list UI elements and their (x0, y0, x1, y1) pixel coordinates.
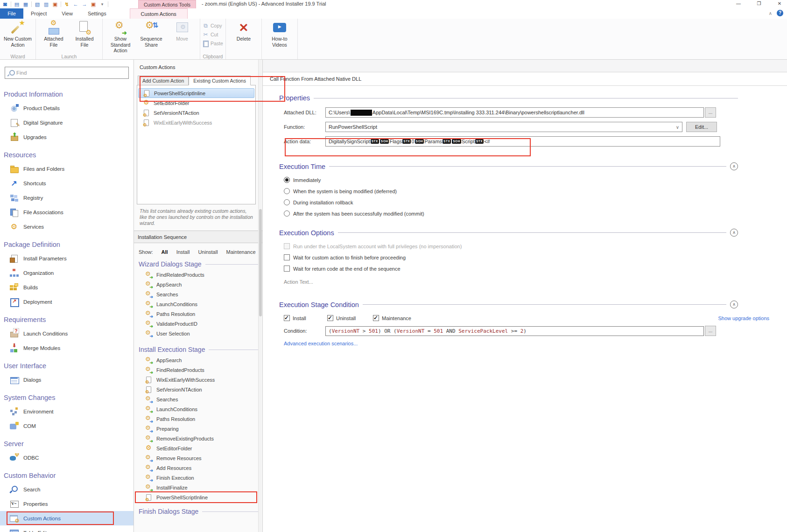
radio-during[interactable] (284, 199, 290, 205)
sequence-item-seteditorfolder[interactable]: SetEditorFolder (134, 443, 262, 453)
panel-scrollbar[interactable] (258, 60, 262, 532)
updates-icon[interactable]: ▣ (52, 1, 58, 7)
sequence-item-installfinalize[interactable]: InstallFinalize (134, 483, 262, 492)
list-item-setversionntaction[interactable]: SetVersionNTAction (138, 108, 254, 118)
sidebar-item-merge-modules[interactable]: Merge Modules (0, 341, 134, 355)
sequence-item-paths-resolution[interactable]: Paths Resolution (134, 309, 262, 319)
sidebar-item-odbc[interactable]: ODBC (0, 450, 134, 465)
sidebar-item-file-associations[interactable]: File Associations (0, 205, 134, 219)
sidebar-item-com[interactable]: COM (0, 419, 134, 433)
ribbon-tab-view[interactable]: View (54, 8, 80, 19)
list-item-powershellscriptinline[interactable]: PowerShellScriptInline (138, 88, 254, 98)
sidebar-item-files-and-folders[interactable]: Files and Folders (0, 161, 134, 176)
collapse-section-icon[interactable]: ∧ (730, 229, 738, 237)
sidebar-item-builds[interactable]: Builds (0, 280, 134, 294)
installed-file-button[interactable]: Installed File (69, 20, 100, 48)
run-wand-icon[interactable]: ↯ (63, 1, 70, 7)
sidebar-item-custom-actions[interactable]: Custom Actions (0, 511, 134, 525)
tab-existing-custom-actions[interactable]: Existing Custom Actions (189, 76, 251, 85)
filter-maintenance[interactable]: Maintenance (226, 249, 256, 255)
attached-file-button[interactable]: Attached File (38, 20, 69, 48)
sidebar-item-shortcuts[interactable]: Shortcuts (0, 176, 134, 190)
collapse-section-icon[interactable]: ∧ (730, 162, 738, 170)
how-to-videos-button[interactable]: How-to Videos (264, 20, 295, 48)
new-custom-action-button[interactable]: New Custom Action (2, 20, 33, 48)
sequence-item-remove-resources[interactable]: Remove Resources (134, 453, 262, 463)
sidebar-item-properties[interactable]: Properties (0, 497, 134, 511)
sequence-item-setversionntaction[interactable]: SetVersionNTAction (134, 385, 262, 394)
checkbox[interactable] (284, 254, 290, 260)
radio-when[interactable] (284, 188, 290, 194)
sequence-item-appsearch[interactable]: AppSearch (134, 280, 262, 289)
sidebar-item-digital-signature[interactable]: Digital Signature (0, 115, 134, 130)
sequence-item-add-resources[interactable]: Add Resources (134, 463, 262, 473)
delete-button[interactable]: Delete (228, 20, 259, 42)
sequence-item-user-selection[interactable]: User Selection (134, 329, 262, 338)
show-upgrade-options-link[interactable]: Show upgrade options (718, 315, 769, 321)
collapse-section-icon[interactable]: ∧ (730, 301, 738, 308)
edit-function-button[interactable]: Edit... (686, 122, 717, 132)
function-combobox[interactable]: RunPowerShellScript ∨ (325, 122, 682, 132)
action-data-field[interactable]: DigitallySignScriptSTXSOHFlagsSTX0SOHPar… (325, 136, 720, 147)
ribbon-tab-project[interactable]: Project (23, 8, 54, 19)
sidebar-item-dialogs[interactable]: Dialogs (0, 372, 134, 387)
sidebar-item-deployment[interactable]: Deployment (0, 294, 134, 309)
ribbon-tab-settings[interactable]: Settings (80, 8, 114, 19)
save-icon[interactable]: ▤ (14, 1, 20, 7)
checkbox[interactable] (373, 315, 379, 321)
save-all-icon[interactable]: ▥ (43, 1, 49, 7)
qat-dropdown-icon[interactable]: ▾ (99, 1, 105, 7)
build-icon[interactable]: ▧ (34, 1, 41, 7)
sequence-item-wixexitearlywithsuccess[interactable]: WixExitEarlyWithSuccess (134, 375, 262, 385)
sidebar-item-table-editor[interactable]: Table Editor (0, 525, 134, 532)
close-button[interactable]: ✕ (775, 0, 784, 7)
restore-button[interactable]: ❐ (754, 0, 764, 7)
sequence-item-appsearch[interactable]: AppSearch (134, 355, 262, 365)
list-item-wixexitearlywithsuccess[interactable]: WixExitEarlyWithSuccess (138, 118, 254, 127)
show-standard-action-button[interactable]: Show Standard Action (105, 20, 136, 54)
back-icon[interactable]: ← (72, 1, 79, 7)
sequence-item-paths-resolution[interactable]: Paths Resolution (134, 414, 262, 424)
sidebar-item-registry[interactable]: Registry (0, 190, 134, 205)
sidebar-item-install-parameters[interactable]: Install Parameters (0, 251, 134, 266)
sequence-item-removeexistingproducts[interactable]: RemoveExistingProducts (134, 434, 262, 443)
scrollbar-thumb[interactable] (259, 209, 262, 316)
sequence-item-launchconditions[interactable]: LaunchConditions (134, 404, 262, 414)
attached-dll-field[interactable]: C:\Users\AppData\Local\Temp\MSI169C.tmp\… (325, 107, 704, 118)
sequence-item-validateproductid[interactable]: ValidateProductID (134, 319, 262, 329)
radio-immediately[interactable] (284, 177, 290, 183)
action-text-link[interactable]: Action Text... (284, 279, 787, 285)
sequence-item-searches[interactable]: Searches (134, 289, 262, 299)
sequence-item-findrelatedproducts[interactable]: FindRelatedProducts (134, 365, 262, 375)
list-item-seteditorfolder[interactable]: SetEditorFolder (138, 98, 254, 108)
condition-field[interactable]: (VersionNT > 501) OR (VersionNT = 501 AN… (325, 326, 704, 336)
sequence-share-button[interactable]: Sequence Share (136, 20, 167, 48)
minimize-button[interactable]: — (734, 0, 743, 7)
checkbox[interactable] (327, 315, 333, 321)
sequence-item-preparing[interactable]: Preparing (134, 424, 262, 434)
find-box[interactable] (5, 67, 129, 79)
chevron-down-icon[interactable]: ∨ (676, 125, 679, 130)
browse-dll-button[interactable]: ... (705, 107, 716, 118)
filter-uninstall[interactable]: Uninstall (198, 249, 218, 255)
ribbon-collapse-icon[interactable]: ∧ (769, 11, 772, 16)
sidebar-item-services[interactable]: Services (0, 219, 134, 234)
app-logo-icon[interactable]: ◙ (2, 1, 8, 7)
updates-icon[interactable]: ▣ (90, 1, 97, 7)
sidebar-item-organization[interactable]: Organization (0, 266, 134, 280)
tab-add-custom-action[interactable]: Add Custom Action (138, 76, 189, 85)
sidebar-item-search[interactable]: Search (0, 482, 134, 497)
advanced-scenarios-link[interactable]: Advanced execution scenarios... (284, 341, 358, 346)
sequence-item-searches[interactable]: Searches (134, 394, 262, 404)
sidebar-item-environment[interactable]: Environment (0, 404, 134, 419)
sidebar-item-product-details[interactable]: Product Details (0, 101, 134, 115)
ribbon-tab-file[interactable]: File (0, 8, 23, 19)
sequence-item-powershellscriptinline[interactable]: PowerShellScriptInline (136, 492, 256, 502)
checkbox[interactable] (284, 266, 290, 272)
forward-icon[interactable]: → (81, 1, 88, 7)
sequence-item-launchconditions[interactable]: LaunchConditions (134, 299, 262, 309)
radio-after[interactable] (284, 210, 290, 217)
sequence-item-finish-execution[interactable]: Finish Execution (134, 473, 262, 483)
filter-install[interactable]: Install (176, 249, 190, 255)
sequence-item-findrelatedproducts[interactable]: FindRelatedProducts (134, 270, 262, 280)
